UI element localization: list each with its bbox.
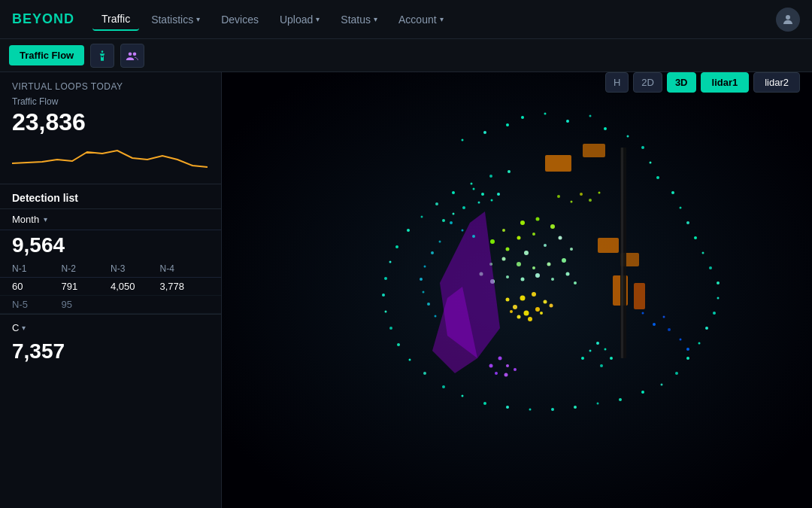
- svg-point-93: [540, 312, 543, 315]
- svg-point-48: [389, 261, 392, 263]
- group-icon-button[interactable]: [120, 44, 144, 68]
- svg-point-140: [498, 357, 502, 360]
- svg-point-0: [786, 15, 790, 20]
- svg-point-53: [452, 191, 455, 194]
- toolbar: Traffic Flow: [0, 39, 812, 72]
- svg-rect-104: [621, 148, 623, 358]
- bottom-filter[interactable]: C ▾: [12, 322, 209, 333]
- svg-point-46: [382, 294, 385, 297]
- svg-point-61: [517, 236, 521, 240]
- view-2d-button[interactable]: 2D: [633, 72, 662, 93]
- svg-point-106: [462, 230, 464, 232]
- user-avatar[interactable]: [776, 8, 800, 32]
- svg-point-125: [686, 348, 689, 351]
- svg-point-8: [589, 115, 592, 117]
- svg-point-120: [642, 312, 644, 315]
- pedestrian-icon-button[interactable]: [90, 44, 114, 68]
- svg-point-131: [462, 206, 465, 209]
- svg-point-88: [513, 305, 517, 309]
- svg-point-10: [483, 131, 486, 134]
- detection-filter[interactable]: Month ▾: [0, 209, 221, 230]
- nav-item-statistics[interactable]: Statistics ▾: [142, 9, 209, 30]
- svg-point-68: [570, 248, 573, 251]
- svg-point-12: [604, 127, 607, 130]
- svg-point-45: [385, 311, 387, 313]
- svg-point-133: [442, 219, 445, 222]
- svg-point-56: [508, 170, 511, 173]
- val-n4: 3,778: [160, 281, 210, 292]
- nav-item-status[interactable]: Status ▾: [332, 9, 386, 30]
- view-3d-button[interactable]: 3D: [667, 72, 696, 93]
- svg-rect-4: [222, 72, 812, 508]
- val-n5: 95: [62, 299, 111, 310]
- svg-point-66: [544, 244, 547, 247]
- svg-point-18: [680, 207, 682, 209]
- traffic-flow-button[interactable]: Traffic Flow: [9, 45, 84, 65]
- svg-point-90: [510, 310, 513, 313]
- lidar-view[interactable]: [222, 72, 812, 508]
- svg-point-5: [521, 116, 524, 119]
- svg-point-130: [478, 202, 480, 204]
- sidebar-bottom: C ▾ 7,357: [0, 314, 221, 508]
- svg-point-52: [435, 202, 438, 205]
- nav-item-upload[interactable]: Upload ▾: [271, 9, 329, 30]
- svg-point-78: [521, 278, 525, 281]
- filter-chevron-icon: ▾: [44, 215, 47, 224]
- svg-point-50: [407, 229, 410, 232]
- svg-point-84: [532, 292, 536, 297]
- svg-point-134: [581, 357, 584, 360]
- svg-point-20: [694, 236, 697, 239]
- svg-point-41: [423, 372, 426, 375]
- svg-point-30: [661, 384, 663, 386]
- svg-point-71: [532, 266, 535, 269]
- svg-point-34: [574, 406, 577, 409]
- svg-point-29: [675, 372, 678, 375]
- lidar2-button[interactable]: lidar2: [753, 72, 800, 93]
- bottom-value: 7,357: [12, 339, 209, 364]
- svg-point-82: [574, 281, 577, 284]
- svg-point-26: [705, 327, 708, 330]
- svg-point-25: [713, 312, 716, 315]
- svg-point-87: [524, 311, 529, 316]
- nav-item-traffic[interactable]: Traffic: [92, 8, 139, 31]
- svg-point-55: [489, 175, 492, 178]
- svg-point-91: [517, 315, 521, 319]
- table-row: 60 791 4,050 3,778: [0, 278, 221, 296]
- bottom-filter-label: C: [12, 322, 19, 333]
- svg-point-111: [420, 278, 423, 281]
- virtual-loops-title: Virtual Loops Today: [12, 81, 209, 92]
- table-row-n5: N-5 95: [0, 296, 221, 314]
- svg-point-73: [502, 257, 506, 261]
- svg-point-23: [717, 281, 720, 284]
- col-n2: N-2: [62, 263, 111, 274]
- svg-point-116: [571, 201, 573, 203]
- svg-point-128: [491, 199, 493, 202]
- svg-point-42: [409, 359, 411, 361]
- svg-point-132: [453, 213, 455, 215]
- svg-point-49: [395, 245, 398, 248]
- svg-rect-95: [545, 155, 571, 172]
- svg-point-60: [532, 233, 535, 236]
- svg-point-123: [668, 328, 671, 331]
- svg-point-142: [489, 364, 493, 368]
- nav-item-devices[interactable]: Devices: [212, 9, 268, 30]
- traffic-flow-label: Traffic Flow: [12, 96, 209, 107]
- nav-item-account[interactable]: Account ▾: [389, 9, 453, 30]
- svg-point-11: [462, 139, 464, 141]
- svg-rect-100: [634, 283, 645, 309]
- svg-point-112: [423, 291, 425, 294]
- svg-point-3: [133, 52, 137, 56]
- lidar1-button[interactable]: lidar1: [701, 72, 750, 93]
- svg-point-94: [550, 304, 553, 308]
- svg-point-139: [600, 364, 603, 367]
- svg-point-63: [490, 239, 495, 244]
- svg-point-1: [102, 50, 104, 53]
- svg-point-89: [506, 298, 510, 302]
- val-n2: 791: [62, 281, 111, 292]
- svg-point-79: [535, 273, 540, 278]
- view-h-button[interactable]: H: [605, 72, 629, 93]
- svg-point-109: [431, 251, 434, 254]
- svg-point-126: [473, 188, 475, 190]
- svg-point-81: [566, 272, 570, 276]
- svg-point-92: [528, 317, 532, 321]
